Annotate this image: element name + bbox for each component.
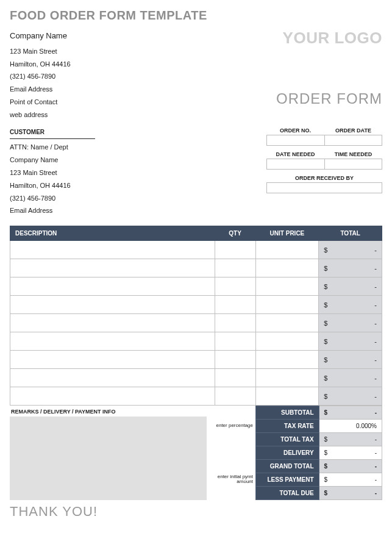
subtotal-value: $- [319,406,382,420]
less-payment-hint: enter initial pymt amount [207,473,253,486]
bottom-row: REMARKS / DELIVERY / PAYMENT INFO enter … [10,406,382,500]
item-unit-price[interactable] [255,314,319,332]
col-qty: QTY [215,226,255,241]
customer-city[interactable]: Hamilton, OH 44416 [10,179,95,192]
order-no-label: ORDER NO. [266,126,324,135]
order-meta-block: ORDER NO. ORDER DATE DATE NEEDED TIME NE… [266,126,382,217]
grand-total-value: $- [319,460,382,473]
total-due-value: $- [319,487,382,500]
date-needed-input[interactable] [266,159,325,170]
grand-total-label: GRAND TOTAL [256,460,319,473]
remarks-box[interactable] [10,417,207,500]
item-qty[interactable] [215,277,255,296]
less-payment-value[interactable]: $- [319,473,382,487]
company-city[interactable]: Hamilton, OH 44416 [10,58,71,71]
delivery-label: DELIVERY [256,446,319,460]
item-qty[interactable] [215,241,255,259]
customer-email[interactable]: Email Address [10,204,95,217]
item-unit-price[interactable] [255,296,319,314]
item-unit-price[interactable] [255,241,319,259]
item-total: $- [319,259,382,277]
item-qty[interactable] [215,314,255,332]
item-description[interactable] [10,241,215,259]
customer-header: CUSTOMER [10,126,95,139]
order-date-input[interactable] [325,135,383,146]
item-total: $- [319,296,382,314]
company-email[interactable]: Email Address [10,83,71,96]
template-title: FOOD ORDER FORM TEMPLATE [10,9,382,23]
item-total: $- [319,241,382,259]
customer-phone[interactable]: (321) 456-7890 [10,192,95,205]
item-row: $- [10,296,382,314]
company-name[interactable]: Company Name [10,29,71,44]
hint-column: enter percentage enter initial pymt amou… [207,406,255,500]
item-qty[interactable] [215,369,255,387]
item-description[interactable] [10,332,215,351]
customer-company[interactable]: Company Name [10,154,95,166]
order-form-label: ORDER FORM [276,90,382,107]
customer-block: CUSTOMER ATTN: Name / Dept Company Name … [10,126,95,217]
header-row: Company Name 123 Main Street Hamilton, O… [10,29,382,121]
item-description[interactable] [10,259,215,277]
thank-you: THANK YOU! [10,504,382,520]
tax-rate-value[interactable]: 0.000% [319,420,382,433]
item-total: $- [319,351,382,369]
item-qty[interactable] [215,332,255,351]
item-row: $- [10,369,382,387]
item-row: $- [10,277,382,296]
company-contact[interactable]: Point of Contact [10,96,71,109]
item-unit-price[interactable] [255,332,319,351]
item-qty[interactable] [215,387,255,406]
logo-side: YOUR LOGO ORDER FORM [276,29,382,121]
item-unit-price[interactable] [255,369,319,387]
item-row: $- [10,387,382,406]
customer-street[interactable]: 123 Main Street [10,166,95,179]
subtotal-label: SUBTOTAL [256,406,319,420]
item-row: $- [10,351,382,369]
item-total: $- [319,277,382,296]
item-unit-price[interactable] [255,277,319,296]
company-web[interactable]: web address [10,109,71,121]
item-qty[interactable] [215,259,255,277]
item-total: $- [319,314,382,332]
item-unit-price[interactable] [255,259,319,277]
tax-hint: enter percentage [207,419,253,432]
customer-attn[interactable]: ATTN: Name / Dept [10,141,95,154]
item-row: $- [10,314,382,332]
item-description[interactable] [10,314,215,332]
received-by-input[interactable] [266,182,382,193]
item-unit-price[interactable] [255,351,319,369]
total-tax-value: $- [319,433,382,446]
company-street[interactable]: 123 Main Street [10,45,71,58]
company-phone[interactable]: (321) 456-7890 [10,70,71,83]
totals-table: SUBTOTAL $- TAX RATE 0.000% TOTAL TAX $-… [255,406,382,500]
item-qty[interactable] [215,296,255,314]
item-total: $- [319,332,382,351]
item-qty[interactable] [215,351,255,369]
time-needed-input[interactable] [325,159,383,170]
col-total: TOTAL [319,226,382,241]
mid-row: CUSTOMER ATTN: Name / Dept Company Name … [10,126,382,217]
delivery-value[interactable]: $- [319,446,382,460]
item-description[interactable] [10,296,215,314]
item-description[interactable] [10,369,215,387]
remarks-label: REMARKS / DELIVERY / PAYMENT INFO [10,406,207,417]
item-description[interactable] [10,387,215,406]
col-description: DESCRIPTION [10,226,215,241]
col-unit-price: UNIT PRICE [255,226,319,241]
time-needed-label: TIME NEEDED [324,150,382,159]
date-needed-label: DATE NEEDED [266,150,324,159]
remarks-side: REMARKS / DELIVERY / PAYMENT INFO [10,406,207,500]
order-date-label: ORDER DATE [324,126,382,135]
total-tax-label: TOTAL TAX [256,433,319,446]
tax-rate-label: TAX RATE [256,420,319,433]
item-total: $- [319,369,382,387]
less-payment-label: LESS PAYMENT [256,473,319,487]
item-description[interactable] [10,351,215,369]
order-no-input[interactable] [266,135,325,146]
item-description[interactable] [10,277,215,296]
item-row: $- [10,332,382,351]
company-block: Company Name 123 Main Street Hamilton, O… [10,29,71,121]
item-unit-price[interactable] [255,387,319,406]
item-row: $- [10,259,382,277]
